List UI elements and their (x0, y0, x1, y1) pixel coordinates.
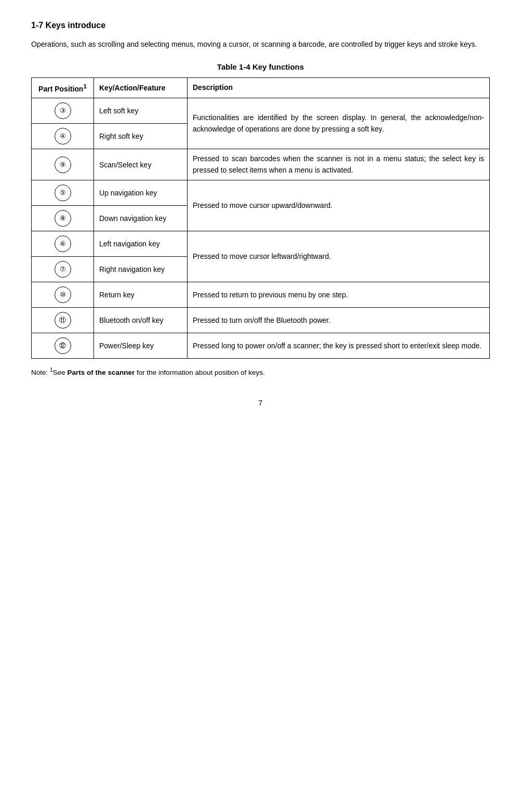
part-cell-11: ⑪ (32, 308, 94, 333)
table-header-row: Part Position1 Key/Action/Feature Descri… (32, 78, 490, 98)
key-cell-bluetooth: Bluetooth on/off key (94, 308, 188, 333)
note-bold-text: Parts of the scanner (67, 369, 135, 376)
part-cell-6: ⑥ (32, 231, 94, 257)
part-cell-5: ⑤ (32, 180, 94, 206)
part-number-5: ⑤ (55, 185, 71, 201)
part-number-11: ⑪ (55, 312, 71, 329)
key-cell-right-nav: Right navigation key (94, 257, 188, 282)
key-cell-right-soft: Right soft key (94, 124, 188, 149)
desc-cell-left-right-nav: Pressed to move cursor leftward/rightwar… (188, 231, 490, 282)
key-cell-left-nav: Left navigation key (94, 231, 188, 257)
desc-cell-return: Pressed to return to previous menu by on… (188, 282, 490, 308)
note-paragraph: Note: 1See Parts of the scanner for the … (31, 366, 490, 378)
part-cell-7: ⑦ (32, 257, 94, 282)
key-cell-power: Power/Sleep key (94, 333, 188, 359)
desc-cell-bluetooth: Pressed to turn on/off the Bluetooth pow… (188, 308, 490, 333)
part-cell-8: ⑧ (32, 206, 94, 231)
desc-cell-soft-keys: Functionalities are identified by the sc… (188, 98, 490, 149)
part-cell-12: ⑫ (32, 333, 94, 359)
part-number-6: ⑥ (55, 235, 71, 252)
part-cell-4: ④ (32, 124, 94, 149)
header-key: Key/Action/Feature (94, 78, 188, 98)
desc-cell-scan: Pressed to scan barcodes when the scanne… (188, 149, 490, 180)
desc-cell-power: Pressed long to power on/off a scanner; … (188, 333, 490, 359)
note-suffix: for the information about position of ke… (135, 369, 265, 376)
table-row: ⑨ Scan/Select key Pressed to scan barcod… (32, 149, 490, 180)
desc-cell-up-down-nav: Pressed to move cursor upward/downward. (188, 180, 490, 231)
part-cell-9: ⑨ (32, 149, 94, 180)
part-number-10: ⑩ (55, 286, 71, 303)
part-number-7: ⑦ (55, 261, 71, 278)
header-part: Part Position1 (32, 78, 94, 98)
table-title: Table 1-4 Key functions (31, 62, 490, 71)
part-number-8: ⑧ (55, 210, 71, 227)
part-number-12: ⑫ (55, 337, 71, 354)
note-see: See (53, 369, 68, 376)
part-number-3: ③ (55, 102, 71, 119)
key-cell-down-nav: Down navigation key (94, 206, 188, 231)
table-row: ⑩ Return key Pressed to return to previo… (32, 282, 490, 308)
key-cell-left-soft: Left soft key (94, 98, 188, 124)
part-number-9: ⑨ (55, 156, 71, 173)
header-desc: Description (188, 78, 490, 98)
page-title: 1-7 Keys introduce (31, 21, 490, 30)
note-prefix: Note: (31, 369, 50, 376)
key-cell-return: Return key (94, 282, 188, 308)
table-row: ⑤ Up navigation key Pressed to move curs… (32, 180, 490, 206)
part-cell-10: ⑩ (32, 282, 94, 308)
table-row: ⑪ Bluetooth on/off key Pressed to turn o… (32, 308, 490, 333)
intro-paragraph: Operations, such as scrolling and select… (31, 38, 490, 50)
table-row: ⑫ Power/Sleep key Pressed long to power … (32, 333, 490, 359)
part-number-4: ④ (55, 128, 71, 145)
page-number: 7 (31, 399, 490, 407)
key-functions-table: Part Position1 Key/Action/Feature Descri… (31, 77, 490, 359)
table-row: ③ Left soft key Functionalities are iden… (32, 98, 490, 124)
key-cell-scan: Scan/Select key (94, 149, 188, 180)
part-cell-3: ③ (32, 98, 94, 124)
key-cell-up-nav: Up navigation key (94, 180, 188, 206)
table-row: ⑥ Left navigation key Pressed to move cu… (32, 231, 490, 257)
